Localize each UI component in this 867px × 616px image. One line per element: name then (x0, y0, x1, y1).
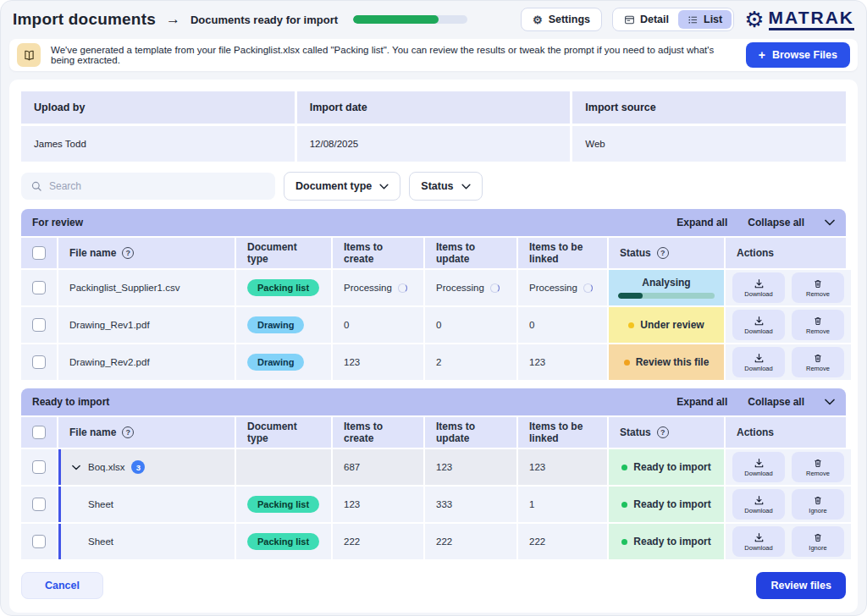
import-info-value-row: James Todd 12/08/2025 Web (21, 126, 846, 162)
spinner-icon (398, 283, 407, 293)
help-icon[interactable]: ? (657, 247, 669, 259)
status-dot (621, 465, 627, 470)
remove-button[interactable]: Remove (792, 347, 844, 377)
info-column-import-source: Import source (572, 91, 846, 124)
items-to-update-value: Processing (436, 283, 484, 293)
page-subtitle: Documents ready for import (191, 14, 338, 26)
ignore-button[interactable]: Ignore (792, 526, 844, 557)
items-to-create-value: 222 (333, 524, 423, 559)
row-checkbox[interactable] (32, 281, 46, 294)
items-to-update-value: 222 (425, 524, 516, 559)
status-badge: Ready to import (609, 449, 724, 485)
file-name: Sheet (58, 487, 235, 522)
remove-button[interactable]: Remove (792, 310, 844, 340)
document-type-pill: Drawing (247, 316, 304, 333)
table-header-row: File name? Document type Items to create… (21, 417, 846, 448)
status-dot (621, 502, 627, 508)
view-toggle: Detail List (612, 8, 734, 31)
browse-files-button[interactable]: + Browse Files (746, 42, 850, 68)
items-to-update-value: 333 (425, 487, 516, 522)
document-type-pill: Packing list (247, 533, 319, 550)
settings-button[interactable]: ⚙ Settings (521, 8, 602, 31)
list-view-button[interactable]: List (678, 10, 732, 29)
download-button[interactable]: Download (732, 347, 785, 377)
status-filter[interactable]: Status (409, 172, 482, 201)
brand-gear-icon: ⚙ (744, 8, 764, 30)
section-title: For review (32, 217, 83, 228)
analysing-progress-fill (618, 293, 643, 299)
column-status: Status (620, 247, 651, 259)
download-button[interactable]: Download (732, 489, 785, 520)
upload-by-value: James Todd (21, 126, 295, 162)
remove-button[interactable]: Remove (792, 272, 844, 303)
expand-all-link[interactable]: Expand all (676, 217, 727, 228)
file-name: Drawing_Rev2.pdf (58, 344, 235, 380)
collapse-all-link[interactable]: Collapse all (748, 396, 804, 408)
review-files-button[interactable]: Review files (756, 572, 846, 599)
file-name: Drawing_Rev1.pdf (58, 307, 235, 343)
items-to-be-linked-value: 0 (518, 307, 607, 343)
document-type-filter[interactable]: Document type (284, 172, 400, 201)
items-to-be-linked-value: 1 (518, 487, 607, 522)
select-all-checkbox[interactable] (32, 246, 46, 260)
help-icon[interactable]: ? (122, 426, 134, 438)
spinner-icon (583, 283, 593, 293)
items-to-create-value: 687 (333, 449, 423, 485)
top-bar: Import documents → Documents ready for i… (1, 1, 866, 38)
column-status: Status (620, 426, 651, 438)
search-input[interactable] (49, 180, 266, 192)
expand-all-link[interactable]: Expand all (676, 396, 727, 408)
download-button[interactable]: Download (732, 452, 785, 482)
row-checkbox[interactable] (32, 460, 46, 474)
column-actions: Actions (726, 238, 846, 268)
remove-button[interactable]: Remove (792, 452, 844, 482)
chevron-down-icon[interactable] (825, 219, 835, 226)
download-button[interactable]: Download (732, 526, 785, 557)
top-bar-actions: ⚙ Settings Detail List ⚙ (521, 8, 854, 31)
download-icon (754, 532, 765, 543)
row-checkbox[interactable] (32, 498, 46, 511)
document-type-pill: Drawing (247, 354, 304, 371)
column-items-to-create: Items to create (333, 238, 423, 268)
download-button[interactable]: Download (732, 272, 785, 303)
template-banner: We've generated a template from your fil… (9, 39, 858, 71)
help-icon[interactable]: ? (122, 247, 134, 259)
row-checkbox[interactable] (32, 535, 46, 548)
chevron-down-icon (379, 184, 389, 190)
status-dot (628, 322, 634, 328)
items-to-be-linked-value: Processing (529, 283, 577, 293)
file-name: Packinglist_Supplier1.csv (58, 270, 235, 305)
help-icon[interactable]: ? (657, 426, 669, 438)
import-info-header-row: Upload by Import date Import source (21, 91, 846, 124)
page-title: Import documents (13, 10, 156, 29)
status-text: Under review (640, 319, 704, 331)
chevron-down-icon[interactable] (72, 465, 80, 470)
collapse-all-link[interactable]: Collapse all (748, 217, 804, 228)
row-checkbox[interactable] (32, 318, 46, 332)
items-to-be-linked-value: 222 (518, 524, 607, 559)
row-checkbox[interactable] (32, 355, 46, 369)
search-icon (30, 180, 42, 192)
ignore-button[interactable]: Ignore (792, 489, 844, 520)
document-type-pill: Packing list (247, 496, 319, 513)
select-all-checkbox[interactable] (32, 426, 46, 439)
status-text: Ready to import (633, 461, 710, 473)
for-review-section: For review Expand all Collapse all File … (21, 209, 846, 380)
column-items-to-create: Items to create (333, 417, 423, 448)
chevron-down-icon[interactable] (825, 399, 835, 405)
column-document-type: Document type (236, 417, 331, 448)
group-file-cell[interactable]: Boq.xlsx 3 (58, 449, 235, 485)
download-button[interactable]: Download (732, 310, 785, 340)
status-text: Analysing (642, 277, 690, 289)
column-items-to-be-linked: Items to be linked (518, 238, 607, 268)
download-icon (754, 458, 765, 469)
brand-name: MATRAK (769, 8, 854, 30)
detail-view-button[interactable]: Detail (615, 10, 678, 29)
cancel-button[interactable]: Cancel (21, 572, 103, 599)
gear-icon: ⚙ (533, 14, 543, 25)
download-icon (754, 316, 765, 327)
app-window: Import documents → Documents ready for i… (0, 0, 867, 616)
info-column-import-date: Import date (297, 91, 571, 124)
search-box[interactable] (21, 173, 275, 200)
column-actions: Actions (726, 417, 846, 448)
